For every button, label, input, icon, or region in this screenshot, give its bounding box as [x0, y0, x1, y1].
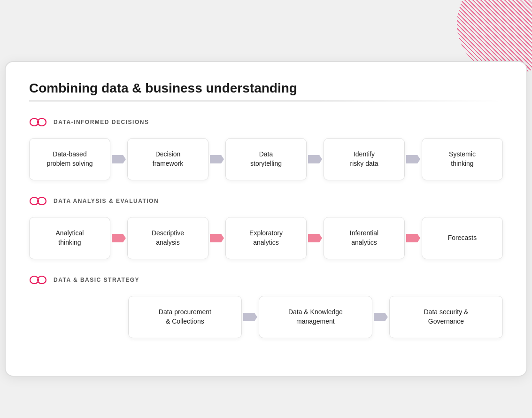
section-label-data-basic-strategy: DATA & BASIC STRATEGY [54, 277, 139, 283]
card-item: Data procurement& Collections [128, 296, 242, 338]
section-data-analysis-evaluation: DATA ANALYSIS & EVALUATIONAnalyticalthin… [29, 194, 503, 259]
connector-data-basic-strategy-1 [242, 313, 259, 321]
cards-row-data-analysis-evaluation: AnalyticalthinkingDescriptiveanalysisExp… [29, 217, 503, 259]
cards-row-data-basic-strategy: Data procurement& CollectionsData & Know… [29, 296, 503, 338]
sections-container: DATA-INFORMED DECISIONSData-basedproblem… [29, 116, 503, 338]
card-item: Datastorytelling [225, 138, 307, 180]
connector-data-analysis-evaluation-4 [405, 234, 422, 242]
card-item: Inferentialanalytics [324, 217, 405, 259]
connector-data-informed-decisions-1 [110, 155, 127, 163]
cards-row-data-informed-decisions: Data-basedproblem solvingDecisionframewo… [29, 138, 503, 180]
section-icon-data-informed-decisions [29, 116, 47, 129]
section-data-informed-decisions: DATA-INFORMED DECISIONSData-basedproblem… [29, 116, 503, 180]
card-item: Exploratoryanalytics [225, 217, 307, 259]
card-item: Data security &Governance [389, 296, 503, 338]
page-title: Combining data & business understanding [29, 81, 503, 96]
connector-data-analysis-evaluation-2 [208, 234, 225, 242]
divider [29, 101, 503, 101]
connector-data-analysis-evaluation-1 [110, 234, 127, 242]
section-data-basic-strategy: DATA & BASIC STRATEGYData procurement& C… [29, 273, 503, 338]
section-header-data-analysis-evaluation: DATA ANALYSIS & EVALUATION [29, 194, 503, 208]
connector-data-informed-decisions-3 [307, 155, 324, 163]
section-header-data-basic-strategy: DATA & BASIC STRATEGY [29, 273, 503, 286]
connector-data-analysis-evaluation-3 [307, 234, 324, 242]
connector-data-informed-decisions-4 [405, 155, 422, 163]
card-item: Descriptiveanalysis [127, 217, 208, 259]
section-label-data-informed-decisions: DATA-INFORMED DECISIONS [54, 119, 149, 125]
main-card: Combining data & business understanding … [5, 61, 527, 377]
card-item: Data & Knowledgemanagement [259, 296, 372, 338]
card-item: Systemicthinking [422, 138, 503, 180]
section-header-data-informed-decisions: DATA-INFORMED DECISIONS [29, 116, 503, 129]
card-item: Analyticalthinking [29, 217, 110, 259]
connector-data-basic-strategy-2 [372, 313, 389, 321]
connector-data-informed-decisions-2 [208, 155, 225, 163]
card-item: Forecasts [422, 217, 503, 259]
section-icon-data-basic-strategy [29, 273, 47, 286]
card-item: Data-basedproblem solving [29, 138, 110, 180]
card-item: Identifyrisky data [324, 138, 405, 180]
section-label-data-analysis-evaluation: DATA ANALYSIS & EVALUATION [54, 198, 159, 204]
section-icon-data-analysis-evaluation [29, 194, 47, 208]
card-item: Decisionframework [127, 138, 208, 180]
